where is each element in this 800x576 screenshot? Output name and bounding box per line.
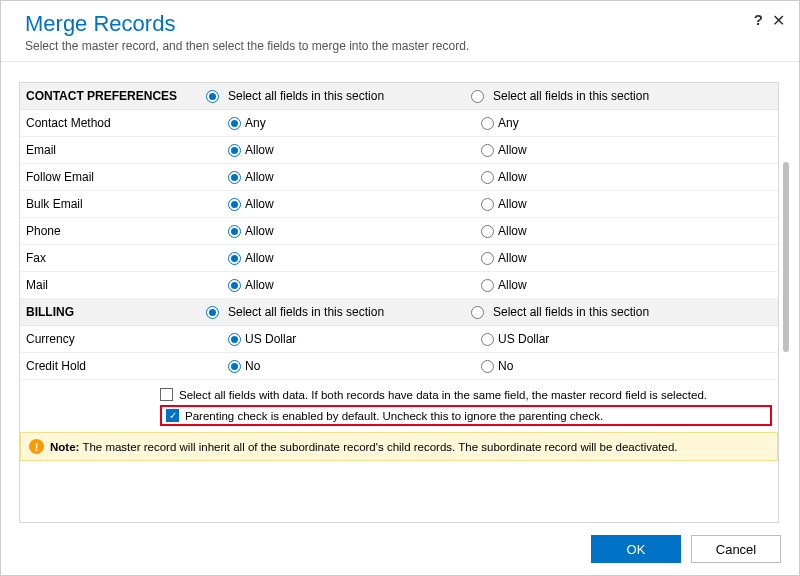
field-radio-b[interactable] <box>481 144 494 157</box>
field-value-a: Any <box>245 116 266 130</box>
field-radio-b[interactable] <box>481 360 494 373</box>
field-radio-b[interactable] <box>481 171 494 184</box>
select-all-data-label: Select all fields with data. If both rec… <box>179 389 707 401</box>
field-row: Currency US Dollar US Dollar <box>20 326 778 353</box>
select-all-section-label: Select all fields in this section <box>493 305 649 319</box>
field-value-b: Allow <box>498 170 527 184</box>
help-icon[interactable]: ? <box>754 11 763 28</box>
close-icon[interactable]: ✕ <box>772 11 785 30</box>
field-radio-a[interactable] <box>228 144 241 157</box>
field-radio-a[interactable] <box>228 225 241 238</box>
field-value-a: No <box>245 359 260 373</box>
field-radio-a[interactable] <box>228 279 241 292</box>
select-all-section-radio-b[interactable] <box>471 90 484 103</box>
field-label: Bulk Email <box>26 197 206 211</box>
cancel-button[interactable]: Cancel <box>691 535 781 563</box>
field-value-b: Allow <box>498 143 527 157</box>
warning-icon: ! <box>29 439 44 454</box>
parenting-check-label: Parenting check is enabled by default. U… <box>185 410 603 422</box>
field-value-a: Allow <box>245 251 274 265</box>
field-radio-b[interactable] <box>481 333 494 346</box>
field-radio-b[interactable] <box>481 117 494 130</box>
field-radio-b[interactable] <box>481 279 494 292</box>
field-label: Fax <box>26 251 206 265</box>
field-value-b: Allow <box>498 251 527 265</box>
field-radio-a[interactable] <box>228 171 241 184</box>
dialog-body: CONTACT PREFERENCES Select all fields in… <box>1 62 799 523</box>
field-value-b: US Dollar <box>498 332 549 346</box>
field-radio-b[interactable] <box>481 252 494 265</box>
select-all-data-checkbox[interactable] <box>160 388 173 401</box>
select-all-section-radio-b[interactable] <box>471 306 484 319</box>
field-row: Mail Allow Allow <box>20 272 778 299</box>
note-bar: ! Note: The master record will inherit a… <box>20 432 778 461</box>
field-radio-a[interactable] <box>228 360 241 373</box>
merge-records-dialog: Merge Records Select the master record, … <box>0 0 800 576</box>
field-row: Follow Email Allow Allow <box>20 164 778 191</box>
field-radio-b[interactable] <box>481 198 494 211</box>
footer-checks: Select all fields with data. If both rec… <box>20 380 778 432</box>
field-label: Contact Method <box>26 116 206 130</box>
field-value-a: Allow <box>245 278 274 292</box>
scrollbar[interactable] <box>783 82 789 523</box>
field-value-a: Allow <box>245 224 274 238</box>
field-value-a: US Dollar <box>245 332 296 346</box>
field-label: Mail <box>26 278 206 292</box>
note-text: Note: The master record will inherit all… <box>50 441 678 453</box>
field-value-b: Allow <box>498 224 527 238</box>
scroll-track <box>783 82 789 523</box>
ok-button[interactable]: OK <box>591 535 681 563</box>
dialog-title: Merge Records <box>25 11 775 37</box>
dialog-subtitle: Select the master record, and then selec… <box>25 39 775 53</box>
field-radio-a[interactable] <box>228 252 241 265</box>
field-row: Credit Hold No No <box>20 353 778 380</box>
field-radio-a[interactable] <box>228 198 241 211</box>
parenting-check-checkbox[interactable] <box>166 409 179 422</box>
field-value-a: Allow <box>245 197 274 211</box>
section-header: BILLING Select all fields in this sectio… <box>20 299 778 326</box>
field-radio-a[interactable] <box>228 333 241 346</box>
select-all-data-row: Select all fields with data. If both rec… <box>160 386 772 403</box>
field-value-a: Allow <box>245 143 274 157</box>
field-value-b: Allow <box>498 197 527 211</box>
section-header: CONTACT PREFERENCES Select all fields in… <box>20 83 778 110</box>
merge-grid: CONTACT PREFERENCES Select all fields in… <box>19 82 779 523</box>
field-value-a: Allow <box>245 170 274 184</box>
select-all-section-radio-a[interactable] <box>206 306 219 319</box>
field-label: Follow Email <box>26 170 206 184</box>
field-label: Credit Hold <box>26 359 206 373</box>
field-value-b: No <box>498 359 513 373</box>
section-name: BILLING <box>26 305 206 319</box>
select-all-section-label: Select all fields in this section <box>228 305 384 319</box>
field-radio-a[interactable] <box>228 117 241 130</box>
field-value-b: Allow <box>498 278 527 292</box>
field-row: Phone Allow Allow <box>20 218 778 245</box>
field-row: Contact Method Any Any <box>20 110 778 137</box>
field-label: Email <box>26 143 206 157</box>
field-label: Currency <box>26 332 206 346</box>
field-row: Fax Allow Allow <box>20 245 778 272</box>
field-row: Bulk Email Allow Allow <box>20 191 778 218</box>
field-label: Phone <box>26 224 206 238</box>
section-name: CONTACT PREFERENCES <box>26 89 206 103</box>
dialog-header: Merge Records Select the master record, … <box>1 1 799 62</box>
field-row: Email Allow Allow <box>20 137 778 164</box>
parenting-check-highlight: Parenting check is enabled by default. U… <box>160 405 772 426</box>
dialog-footer-buttons: OK Cancel <box>1 523 799 575</box>
scroll-thumb[interactable] <box>783 162 789 352</box>
select-all-section-label: Select all fields in this section <box>493 89 649 103</box>
field-value-b: Any <box>498 116 519 130</box>
select-all-section-label: Select all fields in this section <box>228 89 384 103</box>
field-radio-b[interactable] <box>481 225 494 238</box>
select-all-section-radio-a[interactable] <box>206 90 219 103</box>
